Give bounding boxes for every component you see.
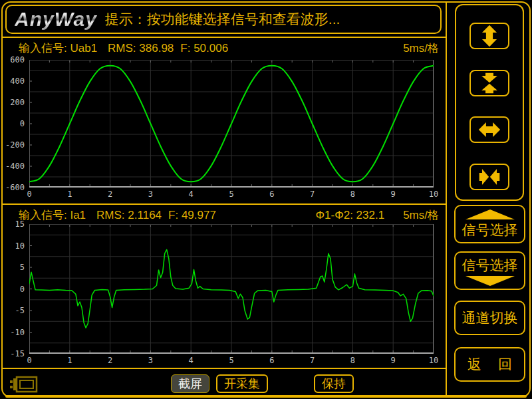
- compress-horizontal-button[interactable]: [469, 164, 509, 190]
- x-tick-label: 0: [21, 356, 38, 365]
- current-rms-value: RMS: 2.1164: [96, 209, 162, 222]
- hint-text: 提示：按功能键选择信号和查看波形...: [105, 10, 340, 29]
- x-tick-label: 5: [223, 356, 240, 365]
- back-label-left: 返: [467, 355, 481, 374]
- x-tick-label: 8: [344, 190, 361, 199]
- y-tick-label: 15: [15, 219, 25, 229]
- y-tick-label: 200: [10, 98, 25, 107]
- x-tick-label: 6: [263, 190, 281, 199]
- x-tick-label: 7: [304, 356, 321, 365]
- triangle-down-icon: [466, 276, 515, 286]
- signal-select-down-button[interactable]: 信号选择: [454, 251, 525, 290]
- back-label-right: 回: [498, 355, 512, 374]
- current-y-axis-labels: 151050-5-10-15: [0, 224, 27, 354]
- voltage-frequency-value: F: 50.006: [180, 42, 228, 55]
- panel-divider: [446, 3, 447, 395]
- power-analyzer-screen: AnyWay 提示：按功能键选择信号和查看波形... 输入信号: Uab1 RM…: [0, 0, 532, 399]
- x-tick-label: 1: [61, 190, 78, 199]
- y-tick-label: 600: [10, 55, 25, 65]
- anyway-logo: AnyWay: [15, 8, 97, 31]
- x-tick-label: 3: [142, 190, 159, 199]
- back-button[interactable]: 返 回: [454, 347, 525, 382]
- expand-horizontal-button[interactable]: [469, 116, 509, 143]
- y-tick-label: 10: [15, 241, 25, 251]
- y-tick-label: 5: [20, 263, 25, 272]
- x-tick-label: 10: [425, 190, 442, 199]
- y-tick-label: 0: [20, 119, 25, 128]
- x-tick-label: 6: [263, 356, 281, 365]
- expand-vertical-icon: [477, 25, 501, 47]
- bottom-accent-band: [5, 395, 527, 398]
- expand-vertical-button[interactable]: [469, 23, 509, 49]
- voltage-waveform-plot: [29, 60, 434, 188]
- battery-icon: [9, 375, 38, 396]
- current-timebase: 5ms/格: [403, 207, 439, 223]
- y-tick-label: -5: [15, 306, 25, 315]
- voltage-signal-label: 输入信号: Uab1: [19, 41, 97, 56]
- x-tick-label: 9: [384, 190, 402, 199]
- x-tick-label: 2: [102, 356, 119, 365]
- status-divider: [3, 368, 446, 369]
- triangle-up-icon: [466, 209, 515, 219]
- current-x-axis-labels: 012345678910: [29, 356, 434, 365]
- y-tick-label: 0: [20, 285, 25, 294]
- current-frequency-value: F: 49.977: [168, 209, 216, 222]
- x-tick-label: 1: [61, 356, 78, 365]
- voltage-y-axis-labels: 6004002000-200-400-600: [0, 60, 27, 188]
- compress-horizontal-icon: [477, 166, 501, 188]
- voltage-x-axis-labels: 012345678910: [29, 190, 434, 199]
- y-tick-label: 400: [10, 76, 25, 86]
- x-tick-label: 5: [223, 190, 240, 199]
- signal-select-up-label: 信号选择: [462, 221, 518, 239]
- y-tick-label: -400: [5, 162, 25, 171]
- voltage-timebase: 5ms/格: [403, 41, 439, 56]
- screenshot-button[interactable]: 截屏: [171, 374, 209, 393]
- y-tick-label: -10: [10, 328, 25, 337]
- channel-switch-button[interactable]: 通道切换: [454, 301, 525, 335]
- x-tick-label: 3: [142, 356, 159, 365]
- x-tick-label: 10: [425, 356, 442, 365]
- compress-vertical-button[interactable]: [469, 70, 509, 96]
- signal-select-down-label: 信号选择: [462, 256, 518, 275]
- current-chart-header: 输入信号: Ia1 RMS: 2.1164 F: 49.977 Φ1-Φ2: 2…: [19, 207, 439, 223]
- current-waveform-plot: [29, 224, 434, 354]
- phase-difference-value: Φ1-Φ2: 232.1: [315, 209, 384, 222]
- x-tick-label: 2: [102, 190, 119, 199]
- compress-vertical-icon: [477, 72, 501, 94]
- x-tick-label: 0: [21, 190, 38, 199]
- x-tick-label: 9: [384, 356, 402, 365]
- channel-switch-label: 通道切换: [462, 309, 518, 327]
- title-bar: AnyWay 提示：按功能键选择信号和查看波形...: [5, 5, 442, 34]
- start-acquisition-button[interactable]: 开采集: [216, 374, 268, 393]
- signal-select-up-button[interactable]: 信号选择: [454, 205, 525, 243]
- current-signal-label: 输入信号: Ia1: [19, 207, 86, 223]
- x-tick-label: 4: [182, 190, 200, 199]
- chart-divider: [3, 203, 446, 205]
- expand-horizontal-icon: [477, 118, 501, 141]
- title-divider: [3, 37, 446, 38]
- y-tick-label: -200: [5, 140, 25, 150]
- voltage-chart-header: 输入信号: Uab1 RMS: 386.98 F: 50.006 5ms/格: [19, 41, 439, 56]
- x-tick-label: 8: [344, 356, 361, 365]
- zoom-controls-panel: [455, 4, 524, 201]
- x-tick-label: 4: [182, 356, 200, 365]
- hold-button[interactable]: 保持: [314, 374, 354, 393]
- x-tick-label: 7: [304, 190, 321, 199]
- voltage-rms-value: RMS: 386.98: [108, 42, 174, 55]
